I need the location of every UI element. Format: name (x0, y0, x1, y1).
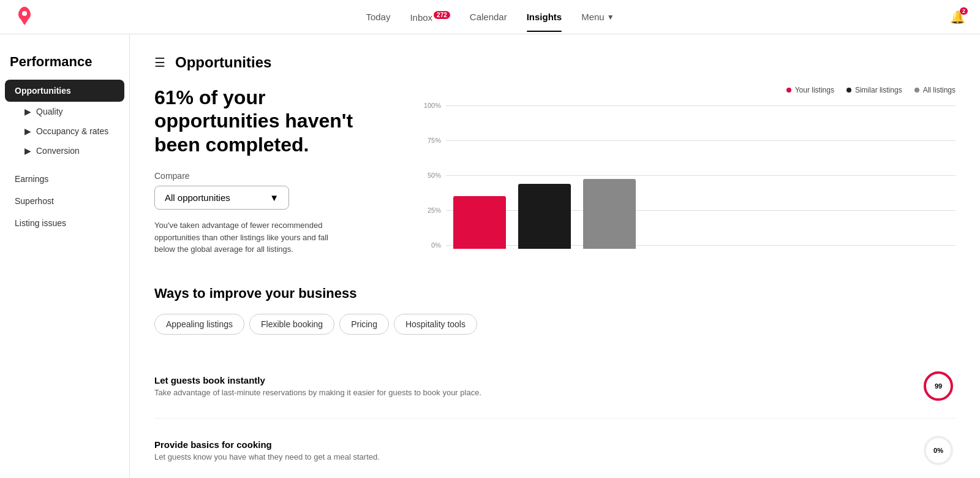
nav-inbox[interactable]: Inbox272 (410, 9, 450, 25)
opportunities-section: 61% of your opportunities haven't been c… (154, 86, 956, 261)
sidebar: Performance Opportunities ▶ Quality ▶ Oc… (0, 34, 130, 478)
opp-left: 61% of your opportunities haven't been c… (154, 86, 363, 261)
bar-your-listings (453, 196, 506, 249)
nav-insights[interactable]: Insights (527, 9, 562, 25)
opp-item-title: Provide basics for cooking (154, 439, 380, 450)
legend-dot-your (786, 88, 791, 93)
sidebar-item-listing-issues[interactable]: Listing issues (5, 212, 124, 234)
sidebar-item-conversion[interactable]: ▶ Conversion (5, 141, 124, 161)
page-header: ☰ Opportunities (154, 54, 956, 71)
chevron-down-icon: ▼ (607, 13, 614, 21)
chevron-icon: ▶ (24, 126, 31, 136)
sidebar-item-opportunities[interactable]: Opportunities (5, 80, 124, 102)
opp-item-title: Let guests book instantly (154, 375, 481, 385)
chevron-icon: ▶ (24, 146, 31, 156)
main-content: ☰ Opportunities 61% of your opportunitie… (130, 34, 980, 478)
legend-your-listings: Your listings (786, 86, 834, 94)
opp-item-desc: Let guests know you have what they need … (154, 452, 380, 461)
grid-label-75: 75% (419, 137, 441, 144)
sidebar-item-superhost[interactable]: Superhost (5, 190, 124, 212)
legend-all-listings: All listings (914, 86, 956, 94)
opp-item-cooking: Provide basics for cooking Let guests kn… (154, 419, 956, 478)
sidebar-item-quality[interactable]: ▶ Quality (5, 102, 124, 121)
legend-dot-all (914, 88, 919, 93)
ways-tabs: Appealing listings Flexible booking Pric… (154, 314, 956, 335)
notifications-button[interactable]: 🔔 2 (950, 10, 965, 25)
legend-similar-listings: Similar listings (846, 86, 902, 94)
tab-pricing[interactable]: Pricing (339, 314, 389, 335)
progress-text: 0% (933, 447, 943, 454)
bar-all-listings (583, 179, 636, 249)
bar-similar-listings (518, 184, 571, 249)
opp-chart: Your listings Similar listings All listi… (392, 86, 956, 261)
logo[interactable] (15, 6, 34, 28)
main-layout: Performance Opportunities ▶ Quality ▶ Oc… (0, 34, 980, 478)
opp-item-instant-book: Let guests book instantly Take advantage… (154, 354, 956, 419)
tab-hospitality[interactable]: Hospitality tools (394, 314, 477, 335)
grid-rule (446, 105, 956, 106)
nav-today[interactable]: Today (366, 9, 390, 25)
ways-title: Ways to improve your business (154, 286, 956, 302)
nav-calendar[interactable]: Calendar (470, 9, 507, 25)
chart-area: 100% 75% 50% 25% (392, 102, 956, 261)
header-right: 🔔 2 (950, 10, 965, 25)
main-nav: Today Inbox272 Calendar Insights Menu ▼ (366, 9, 614, 25)
opp-item-desc: Take advantage of last-minute reservatio… (154, 388, 481, 397)
tab-appealing[interactable]: Appealing listings (154, 314, 244, 335)
progress-cooking: 0% (921, 433, 956, 468)
grid-label-0: 0% (419, 241, 441, 249)
grid-label-25: 25% (419, 207, 441, 214)
compare-label: Compare (154, 171, 363, 181)
bars-container (453, 114, 636, 249)
progress-text: 99 (935, 382, 942, 390)
sidebar-title: Performance (0, 54, 129, 80)
compare-value: All opportunities (165, 192, 230, 203)
progress-instant-book: 99 (921, 369, 956, 403)
ways-section: Ways to improve your business Appealing … (154, 286, 956, 478)
opp-description: You've taken advantage of fewer recommen… (154, 219, 338, 256)
compare-dropdown[interactable]: All opportunities ▼ (154, 186, 289, 210)
nav-menu[interactable]: Menu ▼ (581, 9, 614, 25)
grid-label-50: 50% (419, 172, 441, 179)
inbox-badge: 272 (434, 11, 450, 19)
sidebar-item-occupancy[interactable]: ▶ Occupancy & rates (5, 121, 124, 141)
grid-100: 100% (419, 102, 956, 109)
sidebar-item-earnings[interactable]: Earnings (5, 168, 124, 190)
bell-badge: 2 (960, 7, 968, 15)
chart-legend: Your listings Similar listings All listi… (392, 86, 956, 94)
chevron-icon: ▶ (24, 107, 31, 116)
hamburger-icon[interactable]: ☰ (154, 55, 165, 70)
chevron-down-icon: ▼ (270, 192, 279, 203)
page-title: Opportunities (175, 54, 271, 71)
legend-dot-similar (846, 88, 851, 93)
grid-label-100: 100% (419, 102, 441, 109)
tab-flexible[interactable]: Flexible booking (249, 314, 334, 335)
opp-headline: 61% of your opportunities haven't been c… (154, 86, 363, 156)
header: Today Inbox272 Calendar Insights Menu ▼ … (0, 0, 980, 34)
